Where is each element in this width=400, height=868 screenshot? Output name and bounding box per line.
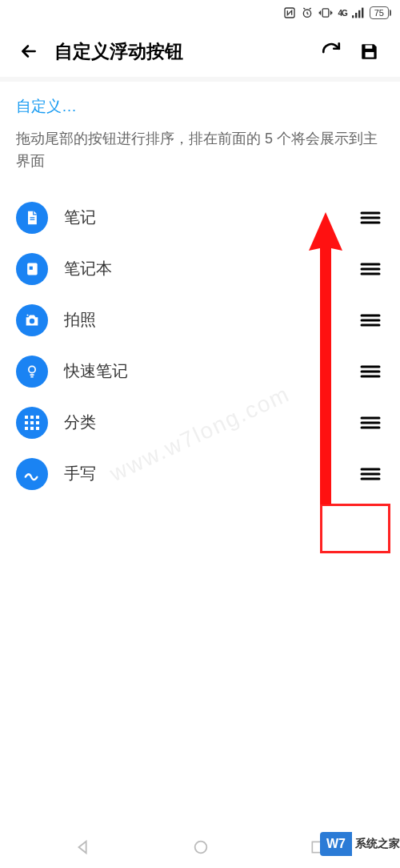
handwrite-icon <box>16 458 48 490</box>
svg-rect-15 <box>25 416 28 419</box>
section-description: 拖动尾部的按钮进行排序，排在前面的 5 个将会展示到主界面 <box>16 128 384 173</box>
svg-rect-9 <box>30 217 35 218</box>
camera-icon <box>16 304 48 336</box>
svg-rect-3 <box>352 15 354 18</box>
svg-rect-21 <box>25 427 28 430</box>
quicknote-icon <box>16 356 48 388</box>
item-label: 快速笔记 <box>64 360 341 382</box>
svg-rect-7 <box>366 52 374 58</box>
customize-link[interactable]: 自定义… <box>16 96 384 117</box>
vibrate-icon <box>318 6 333 19</box>
item-label: 笔记 <box>64 207 341 228</box>
brand-badge: W7 系统之家 <box>320 830 400 858</box>
svg-rect-10 <box>30 219 35 219</box>
app-bar: 自定义浮动按钮 <box>0 26 400 77</box>
svg-rect-2 <box>323 9 330 17</box>
drag-handle-icon[interactable] <box>357 466 384 482</box>
svg-point-13 <box>30 318 34 323</box>
svg-rect-12 <box>30 266 33 269</box>
list-item: 手写 <box>16 448 384 500</box>
svg-rect-20 <box>36 421 39 424</box>
svg-rect-16 <box>30 416 34 419</box>
svg-rect-4 <box>355 13 357 18</box>
svg-point-14 <box>29 366 35 372</box>
item-label: 手写 <box>64 463 341 484</box>
svg-rect-6 <box>362 8 363 18</box>
drag-handle-icon[interactable] <box>357 261 384 277</box>
back-button[interactable] <box>13 41 45 62</box>
signal-icon <box>352 7 365 18</box>
list-item: 快速笔记 <box>16 346 384 397</box>
alarm-icon <box>301 6 314 19</box>
network-4g-icon: 4G <box>338 9 346 18</box>
svg-rect-8 <box>366 45 373 48</box>
status-bar: 4G 75 <box>0 0 400 26</box>
svg-rect-23 <box>36 427 39 430</box>
brand-logo: W7 <box>320 832 352 856</box>
drag-handle-icon[interactable] <box>357 210 384 226</box>
page-title: 自定义浮动按钮 <box>54 39 310 64</box>
nav-home-button[interactable] <box>192 838 210 859</box>
list-item: 笔记 <box>16 192 384 243</box>
content: 自定义… 拖动尾部的按钮进行排序，排在前面的 5 个将会展示到主界面 笔记 笔记… <box>0 82 400 500</box>
svg-rect-19 <box>30 421 34 424</box>
drag-handle-icon[interactable] <box>357 415 384 431</box>
nav-back-button[interactable] <box>74 838 92 859</box>
list-item: 拍照 <box>16 295 384 346</box>
note-icon <box>16 202 48 234</box>
save-button[interactable] <box>352 41 387 62</box>
refresh-button[interactable] <box>314 41 349 62</box>
svg-rect-18 <box>25 421 28 424</box>
item-label: 笔记本 <box>64 258 341 279</box>
annotation-highlight <box>320 504 390 553</box>
item-label: 拍照 <box>64 309 341 331</box>
list-item: 分类 <box>16 397 384 448</box>
category-icon <box>16 407 48 439</box>
list-item: 笔记本 <box>16 243 384 295</box>
brand-text: 系统之家 <box>355 837 400 851</box>
svg-rect-22 <box>30 427 34 430</box>
nfc-icon <box>283 6 296 19</box>
svg-point-27 <box>195 842 207 854</box>
notebook-icon <box>16 253 48 285</box>
item-label: 分类 <box>64 412 341 433</box>
drag-handle-icon[interactable] <box>357 312 384 328</box>
drag-handle-icon[interactable] <box>357 364 384 380</box>
battery-indicator: 75 <box>370 6 389 19</box>
svg-rect-17 <box>36 416 39 419</box>
svg-rect-5 <box>358 10 360 18</box>
